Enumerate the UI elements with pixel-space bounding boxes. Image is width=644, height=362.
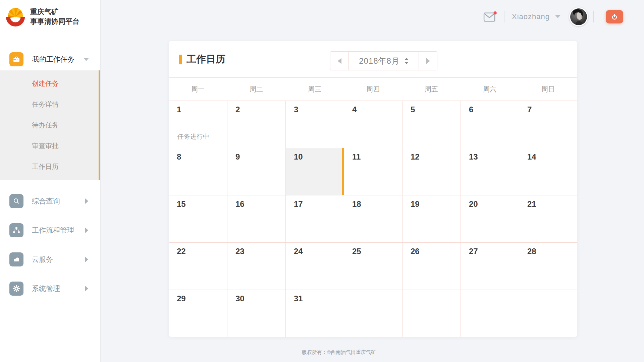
day-cell-11[interactable]: 11 [344, 148, 402, 195]
day-event-label: 任务进行中 [177, 132, 209, 141]
divider [593, 11, 594, 22]
sidebar-section-label: 我的工作任务 [32, 55, 74, 64]
sidebar-section-label: 云服务 [32, 255, 53, 264]
day-cell-10[interactable]: 10 [285, 148, 344, 195]
day-cell-23[interactable]: 23 [227, 242, 285, 290]
day-cell-empty [344, 290, 402, 337]
logout-power-button[interactable] [606, 10, 623, 23]
day-cell-3[interactable]: 3 [285, 101, 344, 148]
day-cell-13[interactable]: 13 [461, 148, 519, 195]
day-cell-22[interactable]: 22 [169, 242, 227, 290]
day-cell-30[interactable]: 30 [227, 290, 285, 337]
day-number: 15 [177, 199, 186, 209]
day-cell-8[interactable]: 8 [169, 148, 227, 195]
chevron-right-icon [85, 257, 88, 262]
divider [504, 11, 504, 22]
sidebar-item-task-details[interactable]: 任务详情 [0, 94, 99, 115]
month-spinner[interactable] [405, 58, 409, 64]
day-cell-12[interactable]: 12 [402, 148, 461, 195]
spinner-down-icon[interactable] [405, 62, 409, 64]
day-cell-28[interactable]: 28 [519, 242, 577, 290]
day-cell-7[interactable]: 7 [519, 101, 577, 148]
briefcase-icon [9, 52, 23, 66]
day-cell-18[interactable]: 18 [344, 195, 402, 242]
power-icon [610, 13, 619, 21]
calendar-header: 工作日历 2018年8月 [169, 41, 577, 78]
sidebar-section-label: 工作流程管理 [32, 226, 74, 235]
title-accent-bar [179, 55, 182, 64]
sidebar-item-create-task[interactable]: 创建任务 [0, 73, 99, 94]
day-cell-17[interactable]: 17 [285, 195, 344, 242]
day-cell-2[interactable]: 2 [227, 101, 285, 148]
day-cell-5[interactable]: 5 [402, 101, 461, 148]
day-cell-27[interactable]: 27 [461, 242, 519, 290]
sidebar-submenu: 创建任务 任务详情 待办任务 审查审批 工作日历 [0, 70, 100, 180]
sidebar-section-workflow-management[interactable]: 工作流程管理 [0, 216, 100, 245]
sidebar-section-my-tasks[interactable]: 我的工作任务 [0, 48, 100, 70]
day-number: 2 [235, 105, 240, 114]
brand-line1: 重庆气矿 [30, 7, 79, 16]
day-cell-20[interactable]: 20 [461, 195, 519, 242]
day-cell-6[interactable]: 6 [461, 101, 519, 148]
sidebar-section-label: 系统管理 [32, 284, 60, 293]
sidebar-section-system-management[interactable]: 系统管理 [0, 274, 100, 303]
day-cell-25[interactable]: 25 [344, 242, 402, 290]
day-number: 3 [294, 105, 298, 114]
day-cell-9[interactable]: 9 [227, 148, 285, 195]
day-cell-21[interactable]: 21 [519, 195, 577, 242]
weekday-label: 周二 [227, 78, 285, 101]
day-number: 25 [352, 247, 361, 256]
day-cell-4[interactable]: 4 [344, 101, 402, 148]
sidebar-section-cloud-services[interactable]: 云服务 [0, 245, 100, 274]
day-cell-16[interactable]: 16 [227, 195, 285, 242]
day-number: 11 [352, 152, 361, 162]
user-avatar[interactable] [569, 7, 588, 26]
day-cell-1[interactable]: 1任务进行中 [169, 101, 227, 148]
username-label[interactable]: Xiaozhang [512, 12, 550, 21]
sidebar-item-work-calendar[interactable]: 工作日历 [0, 156, 99, 177]
next-month-button[interactable] [419, 51, 437, 70]
month-input[interactable]: 2018年8月 [349, 51, 419, 70]
previous-month-button[interactable] [330, 51, 349, 70]
calendar-grid: 1任务进行中2345678910111213141516171819202122… [169, 101, 577, 337]
day-number: 18 [352, 199, 361, 209]
day-number: 19 [411, 199, 420, 209]
sidebar-item-todo-tasks[interactable]: 待办任务 [0, 115, 99, 135]
cloud-icon [9, 252, 23, 266]
sidebar-item-review-approval[interactable]: 审查审批 [0, 135, 99, 156]
weekday-label: 周五 [402, 78, 461, 101]
day-cell-15[interactable]: 15 [169, 195, 227, 242]
day-cell-29[interactable]: 29 [169, 290, 227, 337]
weekday-label: 周三 [285, 78, 344, 101]
day-number: 12 [411, 152, 420, 162]
day-cell-24[interactable]: 24 [285, 242, 344, 290]
day-number: 13 [469, 152, 478, 162]
user-menu-chevron-icon[interactable] [555, 15, 560, 18]
day-number: 31 [294, 294, 303, 303]
day-cell-31[interactable]: 31 [285, 290, 344, 337]
day-number: 5 [411, 105, 415, 114]
weekday-label: 周日 [519, 78, 577, 101]
copyright-footer: 版权所有：©西南油气田重庆气矿 [101, 349, 577, 356]
weekday-label: 周四 [344, 78, 402, 101]
page-title-text: 工作日历 [186, 53, 225, 66]
day-number: 29 [177, 294, 186, 303]
day-number: 21 [527, 199, 536, 209]
day-number: 23 [235, 247, 245, 256]
sidebar-section-comprehensive-query[interactable]: 综合查询 [0, 186, 100, 216]
day-number: 10 [294, 152, 303, 162]
petrochina-logo-icon [5, 6, 26, 27]
day-cell-26[interactable]: 26 [402, 242, 461, 290]
spinner-up-icon[interactable] [405, 58, 409, 60]
day-number: 26 [411, 247, 420, 256]
day-cell-14[interactable]: 14 [519, 148, 577, 195]
weekday-label: 周六 [461, 78, 519, 101]
day-cell-19[interactable]: 19 [402, 195, 461, 242]
day-number: 30 [235, 294, 245, 303]
search-icon [9, 194, 23, 208]
gear-icon [9, 282, 23, 296]
month-navigation: 2018年8月 [330, 51, 437, 70]
weekday-label: 周一 [169, 78, 227, 101]
brand-header: 重庆气矿 事事清协同平台 [0, 0, 100, 33]
mail-icon[interactable] [483, 11, 497, 22]
